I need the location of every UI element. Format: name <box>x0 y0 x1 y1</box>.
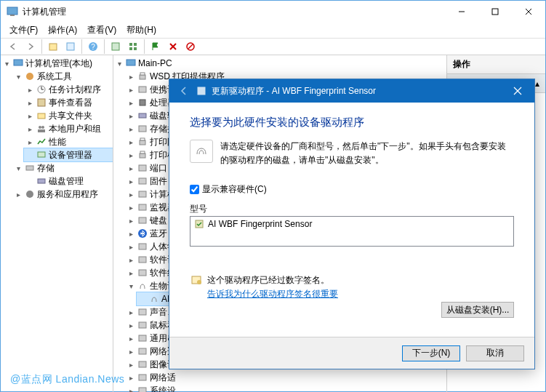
tree-item[interactable]: ▸任务计划程序 <box>24 83 113 96</box>
tools-icon <box>24 71 36 82</box>
computer-icon <box>12 57 24 69</box>
device-category[interactable]: ▸系统设 <box>125 384 446 392</box>
up-button[interactable] <box>45 39 61 55</box>
window-title: 计算机管理 <box>23 6 445 18</box>
install-from-disk-button[interactable]: 从磁盘安装(H)... <box>441 302 514 318</box>
tree-item[interactable]: ▸性能 <box>24 135 113 148</box>
model-list-item[interactable]: AI WBF Fingerprint Sensor <box>190 217 513 231</box>
grid-button[interactable] <box>125 39 141 55</box>
tree-item[interactable]: ▸共享文件夹 <box>24 109 113 122</box>
svg-rect-31 <box>38 179 45 183</box>
dialog-body: 选择要为此硬件安装的设备驱动程序 请选定硬件设备的厂商和型号，然后单击"下一步"… <box>169 103 534 337</box>
cancel-button[interactable]: 取消 <box>466 345 524 361</box>
stop-button[interactable] <box>182 39 198 55</box>
svg-rect-11 <box>129 43 132 46</box>
tree-item[interactable]: ▸事件查看器 <box>24 96 113 109</box>
tree-label: 计算机管理(本地) <box>25 57 92 70</box>
properties-button[interactable] <box>63 39 79 55</box>
svg-rect-42 <box>140 153 145 158</box>
tree-item[interactable]: ▸本地用户和组 <box>24 122 113 135</box>
device-icon <box>137 188 148 200</box>
tree-label: 本地用户和组 <box>49 123 101 135</box>
svg-rect-40 <box>140 140 145 145</box>
compatible-checkbox[interactable]: 显示兼容硬件(C) <box>190 183 514 196</box>
svg-rect-0 <box>7 7 17 15</box>
flag-button[interactable] <box>148 39 164 55</box>
svg-rect-1 <box>10 15 15 16</box>
svg-rect-45 <box>139 178 146 184</box>
device-icon <box>137 359 148 370</box>
tree-label: 共享文件夹 <box>49 110 92 122</box>
svg-rect-58 <box>139 375 146 380</box>
svg-rect-6 <box>49 44 57 50</box>
maximize-button[interactable] <box>478 1 512 23</box>
tree-system-tools[interactable]: ▾系统工具 <box>12 70 113 83</box>
svg-text:?: ? <box>91 43 95 51</box>
window-controls <box>445 1 545 23</box>
services-icon <box>24 188 36 200</box>
device-root-label: Main-PC <box>138 58 172 68</box>
back-button[interactable] <box>5 39 21 55</box>
svg-rect-51 <box>139 257 146 263</box>
svg-rect-57 <box>139 361 146 367</box>
svg-line-18 <box>188 44 193 49</box>
scheduler-icon <box>36 84 47 95</box>
next-button[interactable]: 下一步(N) <box>402 345 460 361</box>
collapse-icon: ▴ <box>535 79 539 89</box>
device-icon <box>137 306 148 318</box>
device-category[interactable]: ▸网络适 <box>125 371 446 384</box>
delete-button[interactable] <box>165 39 181 55</box>
device-label: 固件 <box>150 175 167 188</box>
forward-button[interactable] <box>23 39 39 55</box>
device-icon <box>137 280 148 292</box>
svg-rect-39 <box>139 126 146 132</box>
storage-icon <box>24 162 36 174</box>
dialog-titlebar: 更新驱动程序 - AI WBF Fingerprint Sensor <box>169 79 534 103</box>
menu-action[interactable]: 操作(A) <box>44 23 81 38</box>
device-icon <box>137 241 148 252</box>
tree-storage[interactable]: ▾存储 <box>12 161 113 175</box>
svg-rect-37 <box>140 100 145 105</box>
svg-rect-56 <box>139 348 146 354</box>
tree-device-manager[interactable]: 设备管理器 <box>24 148 113 161</box>
menu-file[interactable]: 文件(F) <box>5 23 42 38</box>
scan-button[interactable] <box>108 39 124 55</box>
device-icon <box>137 332 148 344</box>
tree-services[interactable]: ▸服务和应用程序 <box>12 188 113 201</box>
tree-root[interactable]: ▾计算机管理(本地) <box>1 57 113 70</box>
back-arrow-icon[interactable] <box>175 82 193 100</box>
help-button[interactable]: ? <box>85 39 101 55</box>
device-icon <box>137 372 148 383</box>
device-icon <box>36 149 47 161</box>
svg-rect-35 <box>140 73 145 75</box>
driver-icon <box>196 85 207 97</box>
minimize-button[interactable] <box>445 1 478 23</box>
signature-link[interactable]: 告诉我为什么驱动程序签名很重要 <box>207 288 338 300</box>
dialog-close-button[interactable] <box>501 79 534 103</box>
event-icon <box>36 97 47 108</box>
dialog-footer: 下一步(N) 取消 <box>169 337 534 369</box>
tree-item[interactable]: 磁盘管理 <box>24 175 113 188</box>
svg-rect-24 <box>38 99 45 106</box>
close-button[interactable] <box>512 1 545 23</box>
svg-rect-43 <box>140 151 145 153</box>
dialog-heading: 选择要为此硬件安装的设备驱动程序 <box>190 116 514 129</box>
device-icon <box>137 71 148 82</box>
device-root[interactable]: ▾Main-PC <box>113 57 446 70</box>
dialog-description: 请选定硬件设备的厂商和型号，然后单击"下一步"。如果手头有包含要安装的驱动程序的… <box>190 140 514 167</box>
device-icon <box>137 175 148 187</box>
model-list[interactable]: AI WBF Fingerprint Sensor <box>190 216 514 247</box>
device-label: 蓝牙 <box>150 228 167 240</box>
menu-help[interactable]: 帮助(H) <box>122 23 161 38</box>
svg-rect-13 <box>129 47 132 50</box>
device-icon <box>137 215 148 226</box>
device-icon <box>137 136 148 148</box>
compatible-checkbox-input[interactable] <box>190 185 199 194</box>
menu-view[interactable]: 查看(V) <box>83 23 121 38</box>
device-icon <box>137 84 148 95</box>
tree-label: 存储 <box>37 162 55 175</box>
svg-rect-46 <box>139 191 146 197</box>
device-icon <box>137 201 148 213</box>
device-icon <box>137 267 148 279</box>
computer-icon <box>125 57 137 69</box>
